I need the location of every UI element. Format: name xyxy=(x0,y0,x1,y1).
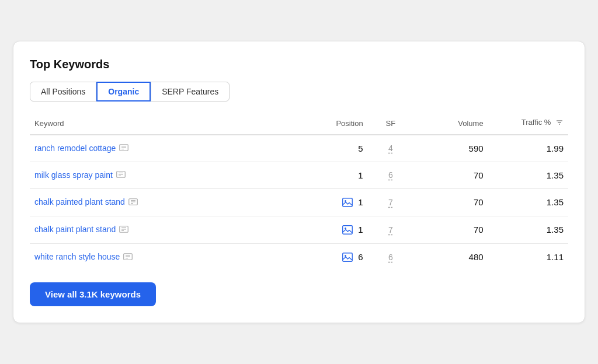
col-header-volume: Volume xyxy=(413,114,488,134)
svg-point-16 xyxy=(345,200,346,202)
image-badge-icon xyxy=(342,197,353,208)
position-value: 1 xyxy=(358,170,363,180)
keyword-cell: milk glass spray paint xyxy=(30,162,287,188)
volume-cell: 70 xyxy=(413,162,488,188)
keyword-cell: chalk paint plant stand xyxy=(30,216,287,243)
top-keywords-card: Top Keywords All Positions Organic SERP … xyxy=(13,41,585,323)
table-row: milk glass spray paint 16701.35 xyxy=(30,162,568,188)
keyword-expand-icon[interactable] xyxy=(128,198,138,207)
keyword-link[interactable]: white ranch style house xyxy=(34,252,120,261)
volume-cell: 70 xyxy=(413,188,488,216)
svg-point-28 xyxy=(345,255,346,257)
col-header-position: Position xyxy=(287,114,367,134)
keyword-expand-icon[interactable] xyxy=(116,171,126,180)
position-cell: 1 xyxy=(287,216,367,243)
col-header-sf: SF xyxy=(368,114,413,134)
sf-cell: 7 xyxy=(368,188,413,216)
image-badge-icon xyxy=(342,225,353,235)
sf-cell: 6 xyxy=(368,162,413,188)
col-header-keyword: Keyword xyxy=(30,114,287,134)
keywords-table: Keyword Position SF Volume Traffic % xyxy=(30,114,568,270)
tab-group: All Positions Organic SERP Features xyxy=(30,82,568,102)
keyword-link[interactable]: chalk paint plant stand xyxy=(34,225,116,234)
position-value: 1 xyxy=(358,197,363,207)
card-title: Top Keywords xyxy=(30,58,568,71)
volume-cell: 480 xyxy=(413,243,488,271)
svg-rect-15 xyxy=(343,198,353,206)
tab-serp-features[interactable]: SERP Features xyxy=(151,82,230,102)
table-row: ranch remodel cottage 545901.99 xyxy=(30,135,568,162)
traffic-cell: 1.35 xyxy=(488,188,568,216)
table-header-row: Keyword Position SF Volume Traffic % xyxy=(30,114,568,134)
position-cell: 1 xyxy=(287,188,367,216)
filter-icon[interactable] xyxy=(555,118,564,128)
traffic-cell: 1.99 xyxy=(488,135,568,162)
svg-rect-21 xyxy=(343,225,353,234)
traffic-cell: 1.35 xyxy=(488,216,568,243)
traffic-cell: 1.11 xyxy=(488,243,568,271)
position-cell: 5 xyxy=(287,135,367,162)
keyword-link[interactable]: ranch remodel cottage xyxy=(34,144,116,153)
volume-cell: 70 xyxy=(413,216,488,243)
table-row: white ranch style house 664801.11 xyxy=(30,243,568,271)
col-header-traffic: Traffic % xyxy=(488,114,568,134)
tab-organic[interactable]: Organic xyxy=(96,82,151,102)
svg-rect-27 xyxy=(343,253,353,261)
position-value: 5 xyxy=(358,144,363,153)
keyword-link[interactable]: chalk painted plant stand xyxy=(34,197,125,206)
sf-cell: 7 xyxy=(368,216,413,243)
position-value: 1 xyxy=(358,225,363,235)
keyword-cell: chalk painted plant stand xyxy=(30,188,287,216)
keyword-expand-icon[interactable] xyxy=(119,144,128,153)
position-cell: 6 xyxy=(287,243,367,271)
keyword-cell: ranch remodel cottage xyxy=(30,135,287,162)
svg-point-22 xyxy=(345,228,346,229)
traffic-cell: 1.35 xyxy=(488,162,568,188)
keyword-expand-icon[interactable] xyxy=(119,226,128,235)
volume-cell: 590 xyxy=(413,135,488,162)
image-badge-icon xyxy=(342,252,353,262)
sf-cell: 6 xyxy=(368,243,413,271)
tab-all-positions[interactable]: All Positions xyxy=(30,82,96,102)
keyword-cell: white ranch style house xyxy=(30,243,287,271)
keyword-expand-icon[interactable] xyxy=(123,253,133,262)
table-row: chalk painted plant stand 17701.35 xyxy=(30,188,568,216)
table-row: chalk paint plant stand 17701.35 xyxy=(30,216,568,243)
view-all-keywords-button[interactable]: View all 3.1K keywords xyxy=(30,282,156,306)
sf-cell: 4 xyxy=(368,135,413,162)
position-value: 6 xyxy=(358,252,363,262)
keyword-link[interactable]: milk glass spray paint xyxy=(34,170,113,180)
position-cell: 1 xyxy=(287,162,367,188)
